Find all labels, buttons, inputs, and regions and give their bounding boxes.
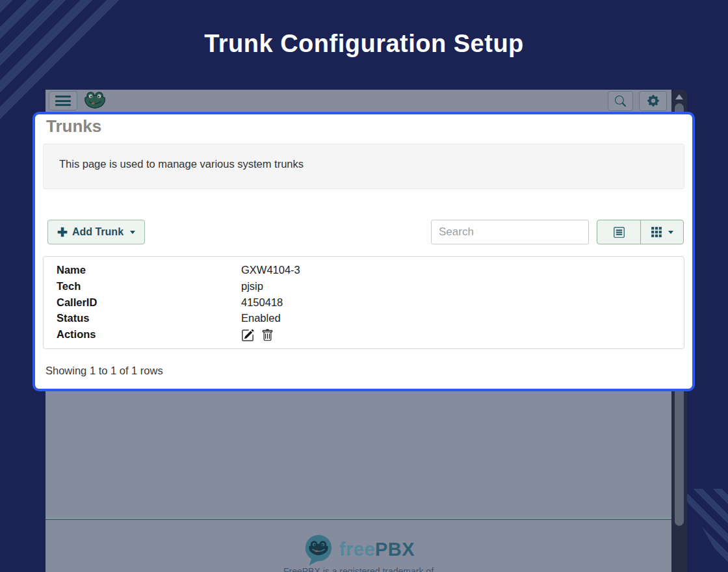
freepbx-frog-icon[interactable] xyxy=(83,92,107,110)
search-icon xyxy=(615,96,626,107)
table-row: Actions xyxy=(57,326,684,343)
menu-button[interactable] xyxy=(49,91,77,110)
trunk-record-card: Name GXW4104-3 Tech pjsip CallerID 41504… xyxy=(43,256,684,349)
trash-icon xyxy=(261,329,274,342)
columns-dropdown-button[interactable] xyxy=(640,220,683,244)
plus-icon: ✚ xyxy=(57,226,68,239)
slide-canvas: Trunk Configuration Setup xyxy=(0,0,728,572)
gear-icon xyxy=(647,95,659,107)
top-navbar xyxy=(46,90,671,112)
corner-stripes-bottom-right xyxy=(680,489,728,572)
brand-pbx: PBX xyxy=(375,539,415,560)
field-value-name: GXW4104-3 xyxy=(241,262,684,278)
table-row: Tech pjsip xyxy=(57,278,684,294)
rows-summary: Showing 1 to 1 of 1 rows xyxy=(46,365,692,377)
field-label-callerid: CallerID xyxy=(57,294,241,311)
add-trunk-button[interactable]: ✚ Add Trunk xyxy=(47,220,145,244)
caret-down-icon xyxy=(130,231,135,234)
navbar-settings-button[interactable] xyxy=(639,91,667,111)
hamburger-icon xyxy=(55,96,71,98)
field-value-callerid: 4150418 xyxy=(241,294,684,311)
delete-trunk-button[interactable] xyxy=(261,329,274,342)
scroll-up-arrow-icon[interactable] xyxy=(675,94,683,99)
field-label-actions: Actions xyxy=(57,326,241,343)
freepbx-brand: freePBX xyxy=(46,533,671,566)
brand-text: freePBX xyxy=(339,539,415,560)
add-trunk-label: Add Trunk xyxy=(72,226,124,238)
toggle-card-view-button[interactable] xyxy=(597,220,640,244)
footer-divider xyxy=(46,518,671,520)
field-value-tech: pjsip xyxy=(241,278,684,294)
trunks-toolbar: ✚ Add Trunk xyxy=(35,220,692,244)
search-input[interactable] xyxy=(431,220,589,244)
trunks-panel: Trunks This page is used to manage vario… xyxy=(32,112,695,391)
edit-icon xyxy=(241,329,254,342)
actions-cell xyxy=(241,326,684,343)
navbar-search-button[interactable] xyxy=(608,91,633,111)
edit-trunk-button[interactable] xyxy=(241,329,254,342)
grid-columns-icon xyxy=(651,226,662,238)
field-value-status: Enabled xyxy=(241,310,684,326)
field-label-tech: Tech xyxy=(57,278,241,294)
table-row: Status Enabled xyxy=(57,310,684,326)
field-label-status: Status xyxy=(57,310,241,326)
card-view-icon xyxy=(613,226,625,239)
page-description-well: This page is used to manage various syst… xyxy=(43,144,684,189)
table-row: Name GXW4104-3 xyxy=(57,262,684,278)
field-label-name: Name xyxy=(57,262,241,278)
page-footer: freePBX FreePBX is a registered trademar… xyxy=(46,533,671,572)
trademark-text: FreePBX is a registered trademark of xyxy=(46,566,671,572)
trunks-heading: Trunks xyxy=(46,116,692,136)
view-button-group xyxy=(597,220,684,244)
table-row: CallerID 4150418 xyxy=(57,294,684,311)
caret-down-icon xyxy=(668,231,673,234)
freepbx-logo-icon xyxy=(302,533,335,566)
page-title: Trunk Configuration Setup xyxy=(0,30,728,58)
brand-free: free xyxy=(339,539,375,560)
